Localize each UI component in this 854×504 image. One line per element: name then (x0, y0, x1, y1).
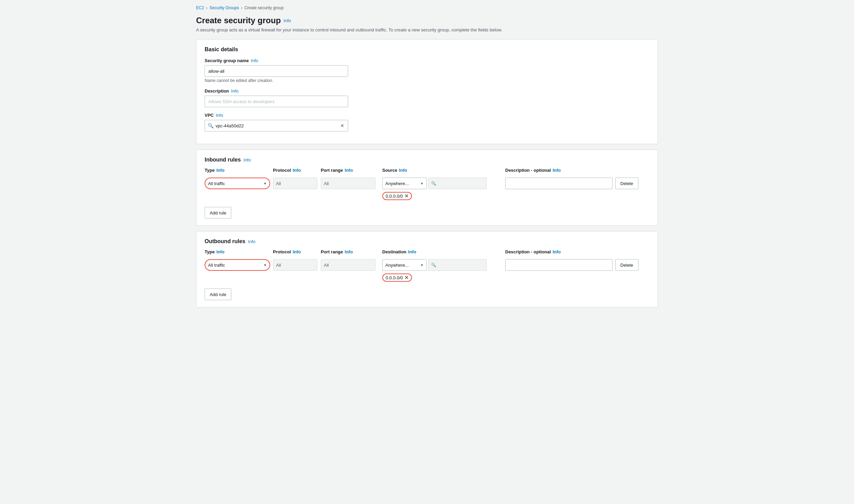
inbound-add-rule-button[interactable]: Add rule (205, 207, 231, 219)
col-header-source: Source Info (382, 168, 505, 176)
page-header: Create security group Info (196, 16, 658, 25)
inbound-rules-table: Type Info Protocol Info Port range Info … (205, 168, 649, 201)
source-search-icon: 🔍 (431, 181, 436, 186)
col-header-desc: Description - optional Info (505, 168, 615, 176)
col-header-portrange: Port range Info (321, 168, 382, 176)
security-group-name-input[interactable] (205, 65, 348, 77)
description-group: Description Info (205, 88, 649, 107)
breadcrumb-sep-2: › (241, 5, 242, 10)
col-header-actions (615, 168, 649, 176)
vpc-label: VPC Info (205, 113, 649, 118)
vpc-group: VPC Info 🔍 ✕ (205, 113, 649, 131)
inbound-ip-value: 0.0.0.0/0 (386, 194, 403, 199)
outbound-rules-title: Outbound rules (205, 238, 245, 244)
out-col-dest-info[interactable]: Info (408, 249, 416, 254)
col-type-info[interactable]: Info (216, 168, 224, 173)
out-col-portrange-info[interactable]: Info (345, 249, 353, 254)
inbound-desc-input[interactable] (505, 178, 612, 189)
inbound-rules-header: Inbound rules Info (205, 157, 649, 163)
out-col-header-dest: Destination Info (382, 249, 505, 257)
breadcrumb-current: Create security group (244, 5, 284, 10)
outbound-ip-clear-icon[interactable]: ✕ (404, 275, 409, 280)
page-title: Create security group (196, 16, 281, 25)
inbound-anywhere-dropdown[interactable]: Anywhere... ▼ (382, 178, 427, 189)
security-group-name-group: Security group name Info Name cannot be … (205, 58, 649, 83)
outbound-portrange-field: All (321, 259, 375, 271)
security-group-name-label: Security group name Info (205, 58, 649, 63)
inbound-desc-cell (505, 178, 615, 191)
outbound-desc-input[interactable] (505, 259, 612, 271)
outbound-portrange-cell: All (321, 259, 382, 272)
out-col-header-actions (615, 249, 649, 257)
name-hint: Name cannot be edited after creation. (205, 78, 649, 83)
outbound-type-select[interactable]: All traffic (205, 260, 270, 270)
inbound-type-cell: All traffic ▼ (205, 178, 273, 191)
out-anywhere-arrow-icon: ▼ (420, 263, 424, 267)
basic-details-card: Basic details Security group name Info N… (196, 39, 658, 144)
out-col-header-protocol: Protocol Info (273, 249, 321, 257)
out-col-header-portrange: Port range Info (321, 249, 382, 257)
col-protocol-info[interactable]: Info (293, 168, 301, 173)
outbound-dest-cell: Anywhere... ▼ 🔍 0.0.0.0/0 ✕ (382, 259, 505, 283)
out-col-header-desc: Description - optional Info (505, 249, 615, 257)
desc-info-link[interactable]: Info (231, 88, 239, 94)
outbound-rules-header-row: Type Info Protocol Info Port range Info … (205, 249, 649, 257)
inbound-rules-card: Inbound rules Info Type Info Protocol In… (196, 150, 658, 226)
page-info-link[interactable]: Info (284, 18, 291, 23)
outbound-dest-row: Anywhere... ▼ 🔍 (382, 259, 502, 271)
anywhere-arrow-icon: ▼ (420, 182, 424, 185)
outbound-rule-row: All traffic ▼ All All Any (205, 259, 649, 283)
out-col-desc-info[interactable]: Info (553, 249, 561, 254)
outbound-actions-cell: Delete (615, 259, 649, 272)
outbound-dest-search[interactable]: 🔍 (428, 259, 487, 271)
outbound-add-rule-button[interactable]: Add rule (205, 289, 231, 300)
name-info-link[interactable]: Info (251, 58, 258, 63)
outbound-rules-header: Outbound rules Info (205, 238, 649, 244)
col-portrange-info[interactable]: Info (345, 168, 353, 173)
inbound-type-select[interactable]: All traffic (205, 178, 270, 188)
inbound-portrange-field: All (321, 178, 375, 189)
outbound-type-select-wrapper[interactable]: All traffic ▼ (205, 259, 270, 271)
vpc-info-link[interactable]: Info (216, 113, 223, 118)
inbound-delete-button[interactable]: Delete (615, 178, 638, 189)
inbound-source-search[interactable]: 🔍 (428, 178, 487, 189)
inbound-portrange-cell: All (321, 178, 382, 191)
breadcrumb-ec2[interactable]: EC2 (196, 5, 204, 10)
inbound-ip-clear-icon[interactable]: ✕ (404, 193, 409, 199)
col-desc-info[interactable]: Info (553, 168, 561, 173)
inbound-info-link[interactable]: Info (244, 157, 251, 163)
inbound-protocol-cell: All (273, 178, 321, 191)
description-input[interactable] (205, 96, 348, 107)
outbound-protocol-field: All (273, 259, 317, 271)
outbound-type-cell: All traffic ▼ (205, 259, 273, 272)
inbound-ip-tag-container: 0.0.0.0/0 ✕ (382, 192, 502, 200)
description-label: Description Info (205, 88, 649, 94)
vpc-text-input[interactable] (216, 123, 340, 128)
inbound-type-select-wrapper[interactable]: All traffic ▼ (205, 178, 270, 189)
outbound-desc-cell (505, 259, 615, 272)
breadcrumb-security-groups[interactable]: Security Groups (209, 5, 239, 10)
vpc-search-icon: 🔍 (208, 123, 214, 128)
col-source-info[interactable]: Info (399, 168, 407, 173)
outbound-rules-table: Type Info Protocol Info Port range Info … (205, 249, 649, 283)
outbound-anywhere-dropdown[interactable]: Anywhere... ▼ (382, 259, 427, 271)
inbound-ip-tag: 0.0.0.0/0 ✕ (382, 192, 412, 200)
inbound-source-cell: Anywhere... ▼ 🔍 0.0.0.0/0 ✕ (382, 178, 505, 201)
outbound-delete-button[interactable]: Delete (615, 259, 638, 271)
inbound-protocol-field: All (273, 178, 317, 189)
outbound-info-link[interactable]: Info (248, 239, 256, 244)
outbound-ip-tag: 0.0.0.0/0 ✕ (382, 274, 412, 282)
breadcrumb-sep-1: › (206, 5, 207, 10)
out-col-protocol-info[interactable]: Info (293, 249, 301, 254)
breadcrumb: EC2 › Security Groups › Create security … (196, 5, 658, 10)
inbound-rules-header-row: Type Info Protocol Info Port range Info … (205, 168, 649, 176)
out-col-type-info[interactable]: Info (216, 249, 224, 254)
basic-details-title: Basic details (205, 46, 649, 53)
inbound-rules-title: Inbound rules (205, 157, 241, 163)
vpc-input-wrapper[interactable]: 🔍 ✕ (205, 120, 348, 131)
outbound-protocol-cell: All (273, 259, 321, 272)
outbound-rules-card: Outbound rules Info Type Info Protocol I… (196, 231, 658, 307)
col-header-type: Type Info (205, 168, 273, 176)
vpc-clear-icon[interactable]: ✕ (340, 122, 345, 129)
inbound-rule-row: All traffic ▼ All All Any (205, 178, 649, 201)
